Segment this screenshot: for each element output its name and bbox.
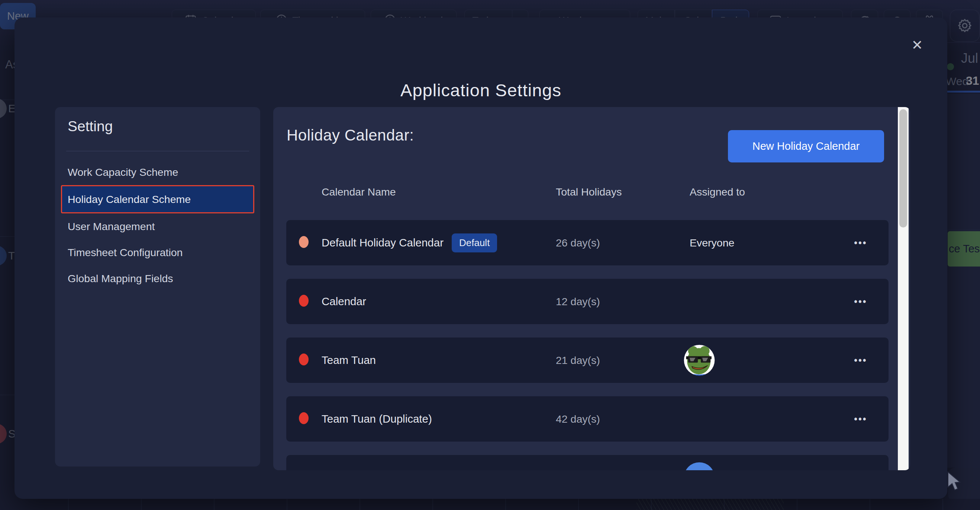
row-dot-cell — [286, 295, 321, 308]
scrollbar-thumb[interactable] — [899, 109, 907, 227]
calendar-color-dot — [299, 354, 309, 365]
sidebar-item-work-capacity-scheme[interactable]: Work Capacity Scheme — [61, 159, 254, 185]
column-header-calendar-name: Calendar Name — [321, 186, 556, 198]
column-header-total-holidays: Total Holidays — [556, 186, 690, 198]
row-dot-cell — [286, 354, 321, 367]
sidebar-item-holiday-calendar-scheme[interactable]: Holiday Calendar Scheme — [61, 185, 254, 213]
column-header-assigned-to: Assigned to — [690, 186, 833, 198]
row-actions-menu[interactable]: ••• — [833, 414, 889, 424]
table-row[interactable]: Team Tuan21 day(s)••• — [286, 337, 889, 383]
new-holiday-calendar-button[interactable]: New Holiday Calendar — [728, 130, 884, 162]
calendar-name-text: Team Tuan (Duplicate) — [321, 413, 432, 425]
sidebar-item-timesheet-configuration[interactable]: Timesheet Configuration — [61, 239, 254, 265]
calendar-name: Calendar — [321, 295, 556, 308]
calendar-name-text: Calendar — [321, 295, 366, 308]
settings-menu: Work Capacity SchemeHoliday Calendar Sch… — [61, 159, 254, 291]
table-row[interactable] — [286, 455, 889, 470]
table-header: Calendar NameTotal HolidaysAssigned to — [286, 186, 889, 198]
table-row[interactable]: Team Tuan (Duplicate)42 day(s)••• — [286, 396, 889, 442]
total-holidays-value: 42 day(s) — [556, 413, 690, 425]
table-row[interactable]: Default Holiday CalendarDefault26 day(s)… — [286, 220, 889, 265]
assigned-to-cell — [690, 345, 833, 376]
total-holidays-value: 26 day(s) — [556, 237, 690, 249]
scrollbar[interactable] — [898, 107, 908, 470]
calendar-name: Team Tuan — [321, 354, 556, 367]
sidebar-title: Setting — [68, 118, 113, 135]
assigned-to-cell — [690, 462, 833, 470]
close-icon[interactable]: ✕ — [907, 35, 928, 56]
calendar-color-dot — [299, 295, 309, 307]
application-settings-modal: Application Settings ✕ Setting Work Capa… — [14, 17, 947, 499]
calendar-name: Default Holiday CalendarDefault — [321, 234, 556, 253]
total-holidays-value: 21 day(s) — [556, 354, 690, 367]
sidebar-item-global-mapping-fields[interactable]: Global Mapping Fields — [61, 265, 254, 291]
calendar-color-dot — [299, 236, 309, 248]
modal-title: Application Settings — [14, 80, 947, 100]
calendar-table-rows: Default Holiday CalendarDefault26 day(s)… — [286, 220, 889, 470]
calendar-name-text: Team Tuan — [321, 354, 376, 367]
calendar-name-text: Default Holiday Calendar — [321, 237, 444, 249]
panel-heading: Holiday Calendar: — [286, 126, 414, 144]
app-root: New CalendarTimetrackingWorkload Today W… — [0, 0, 980, 510]
row-dot-cell — [286, 412, 321, 426]
sidebar-item-user-management[interactable]: User Management — [61, 213, 254, 239]
row-dot-cell — [286, 236, 321, 249]
row-actions-menu[interactable]: ••• — [833, 296, 889, 307]
default-badge: Default — [452, 234, 497, 253]
mouse-cursor — [947, 471, 964, 493]
holiday-calendar-panel: Holiday Calendar: New Holiday Calendar C… — [273, 107, 910, 470]
calendar-color-dot — [299, 412, 309, 424]
assigned-to-cell: Everyone — [690, 237, 833, 249]
blue-partial-avatar — [684, 462, 715, 470]
row-actions-menu[interactable]: ••• — [833, 238, 889, 248]
settings-sidebar: Setting Work Capacity SchemeHoliday Cale… — [55, 107, 260, 467]
pepe-avatar — [684, 345, 715, 376]
sidebar-divider — [66, 151, 249, 151]
calendar-name: Team Tuan (Duplicate) — [321, 413, 556, 425]
table-row[interactable]: Calendar12 day(s)••• — [286, 279, 889, 324]
total-holidays-value: 12 day(s) — [556, 296, 690, 308]
row-actions-menu[interactable]: ••• — [833, 355, 889, 366]
